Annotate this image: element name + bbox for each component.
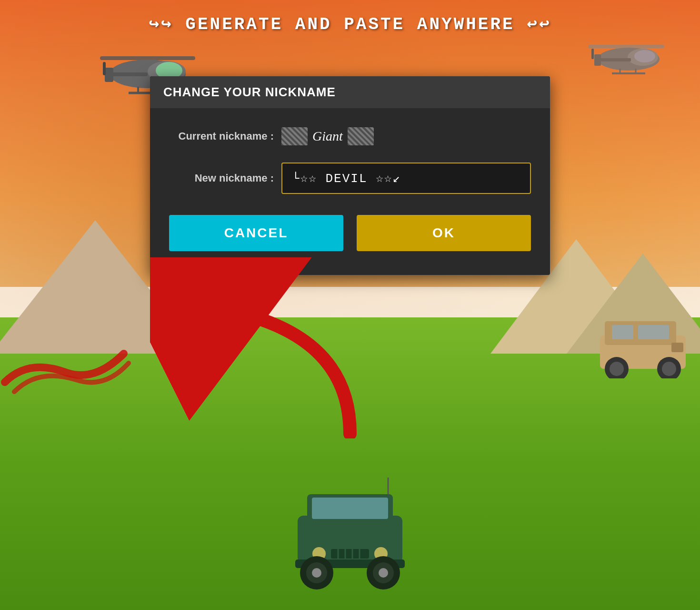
ok-button[interactable]: OK	[357, 215, 531, 251]
current-nickname-display: Giant	[281, 127, 374, 145]
current-nickname-value: Giant	[310, 129, 346, 144]
new-nickname-input[interactable]	[281, 163, 531, 194]
dialog-header: CHANGE YOUR NICKNAME	[150, 76, 550, 108]
svg-rect-0	[100, 56, 195, 60]
nickname-blur-right	[348, 127, 374, 145]
dialog-body: Current nickname : Giant New nickname : …	[150, 108, 550, 275]
svg-rect-32	[331, 549, 369, 559]
svg-rect-14	[600, 58, 631, 61]
svg-rect-10	[588, 45, 664, 48]
humvee-right-icon	[595, 307, 690, 378]
svg-point-27	[662, 362, 676, 376]
button-row: CANCEL OK	[169, 215, 531, 251]
swirl-decoration	[0, 339, 133, 396]
new-nickname-label: New nickname :	[169, 172, 274, 184]
svg-point-42	[312, 568, 321, 578]
svg-rect-6	[103, 62, 106, 75]
dialog-overlay: CHANGE YOUR NICKNAME Current nickname : …	[150, 76, 550, 275]
svg-point-25	[610, 362, 624, 376]
current-nickname-row: Current nickname : Giant	[169, 127, 531, 145]
header-text: ↪↪ GENERATE AND PASTE ANYWHERE ↩↩	[149, 13, 551, 34]
svg-rect-31	[312, 498, 388, 519]
dialog-title: CHANGE YOUR NICKNAME	[163, 85, 336, 99]
nickname-blur-left	[281, 127, 308, 145]
jeep-center-icon	[283, 468, 417, 592]
svg-rect-23	[638, 325, 669, 339]
helicopter-right-icon	[586, 38, 671, 76]
current-nickname-label: Current nickname :	[169, 130, 274, 142]
cancel-button[interactable]: CANCEL	[169, 215, 343, 251]
svg-rect-16	[591, 49, 594, 59]
svg-rect-15	[594, 54, 601, 66]
svg-rect-5	[105, 68, 113, 82]
svg-rect-22	[612, 325, 633, 339]
nickname-dialog: CHANGE YOUR NICKNAME Current nickname : …	[150, 76, 550, 275]
svg-point-13	[634, 50, 655, 62]
svg-rect-28	[671, 343, 683, 352]
svg-point-45	[379, 568, 388, 578]
new-nickname-row: New nickname :	[169, 163, 531, 194]
svg-rect-4	[110, 72, 148, 76]
